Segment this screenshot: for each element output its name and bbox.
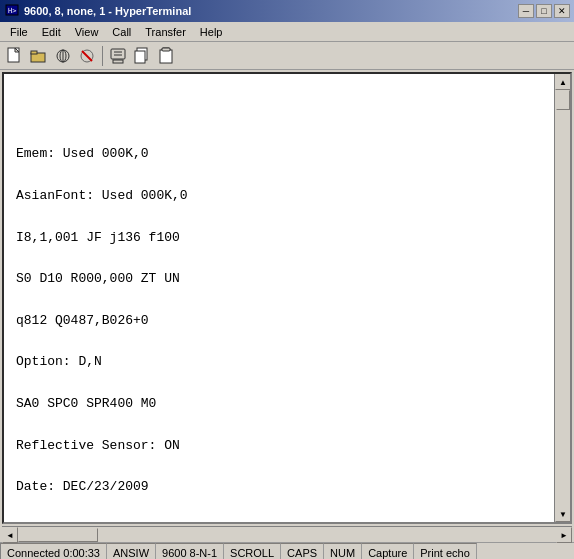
vertical-scrollbar[interactable]: ▲ ▼ — [554, 74, 570, 522]
menu-bar: File Edit View Call Transfer Help — [0, 22, 574, 42]
svg-rect-20 — [162, 48, 170, 51]
connect-icon — [54, 47, 72, 65]
title-bar: H> 9600, 8, none, 1 - HyperTerminal ─ □ … — [0, 0, 574, 22]
terminal-container[interactable]: Emem: Used 000K,0AsianFont: Used 000K,0I… — [2, 72, 572, 524]
scroll-down-button[interactable]: ▼ — [555, 506, 571, 522]
close-button[interactable]: ✕ — [554, 4, 570, 18]
terminal-line — [16, 248, 542, 269]
paste-button[interactable] — [155, 45, 177, 67]
open-button[interactable] — [28, 45, 50, 67]
svg-rect-17 — [135, 51, 145, 63]
paste-icon — [157, 47, 175, 65]
terminal-line: SA0 SPC0 SPR400 M0 — [16, 394, 542, 415]
terminal-line: Emem: Used 000K,0 — [16, 144, 542, 165]
svg-text:H>: H> — [8, 7, 16, 15]
caps-status: CAPS — [281, 543, 324, 559]
printecho-status: Print echo — [414, 543, 477, 559]
menu-file[interactable]: File — [4, 24, 34, 40]
terminal-line: AsianFont: Used 000K,0 — [16, 186, 542, 207]
h-scroll-thumb[interactable] — [18, 528, 98, 542]
maximize-button[interactable]: □ — [536, 4, 552, 18]
minimize-button[interactable]: ─ — [518, 4, 534, 18]
terminal-line: Reflective Sensor: ON — [16, 436, 542, 457]
svg-rect-12 — [111, 49, 125, 59]
scroll-track[interactable] — [555, 90, 570, 506]
menu-edit[interactable]: Edit — [36, 24, 67, 40]
encoding-status: ANSIW — [107, 543, 156, 559]
connection-status: Connected 0:00:33 — [0, 543, 107, 559]
scroll-thumb[interactable] — [556, 90, 570, 110]
window-controls: ─ □ ✕ — [518, 4, 570, 18]
terminal-line — [16, 373, 542, 394]
terminal-line — [16, 456, 542, 477]
status-bar: Connected 0:00:33 ANSIW 9600 8-N-1 SCROL… — [0, 542, 574, 559]
window-title: 9600, 8, none, 1 - HyperTerminal — [24, 5, 191, 17]
capture-status: Capture — [362, 543, 414, 559]
scroll-status: SCROLL — [224, 543, 281, 559]
open-icon — [30, 47, 48, 65]
app-icon: H> — [4, 3, 20, 19]
terminal-line — [16, 415, 542, 436]
disconnect-icon — [78, 47, 96, 65]
scroll-up-button[interactable]: ▲ — [555, 74, 571, 90]
menu-help[interactable]: Help — [194, 24, 229, 40]
connect-button[interactable] — [52, 45, 74, 67]
properties-button[interactable] — [107, 45, 129, 67]
svg-line-11 — [82, 51, 92, 61]
terminal-line: I8,1,001 JF j136 f100 — [16, 228, 542, 249]
new-icon — [6, 47, 24, 65]
terminal-line: Time: 21:15:50 — [16, 519, 542, 522]
terminal-line — [16, 165, 542, 186]
properties-icon — [109, 47, 127, 65]
svg-rect-15 — [113, 60, 123, 63]
copy-icon — [133, 47, 151, 65]
title-bar-left: H> 9600, 8, none, 1 - HyperTerminal — [4, 3, 191, 19]
copy-button[interactable] — [131, 45, 153, 67]
h-scroll-track[interactable] — [18, 527, 556, 542]
terminal-line — [16, 124, 542, 145]
new-button[interactable] — [4, 45, 26, 67]
toolbar — [0, 42, 574, 70]
num-status: NUM — [324, 543, 362, 559]
terminal-line — [16, 207, 542, 228]
terminal-line — [16, 498, 542, 519]
scroll-left-button[interactable]: ◄ — [2, 527, 18, 543]
menu-transfer[interactable]: Transfer — [139, 24, 192, 40]
horizontal-scrollbar[interactable]: ◄ ► — [2, 526, 572, 542]
terminal-line: Option: D,N — [16, 352, 542, 373]
scroll-right-button[interactable]: ► — [556, 527, 572, 543]
baud-status: 9600 8-N-1 — [156, 543, 224, 559]
svg-rect-19 — [160, 50, 172, 63]
menu-call[interactable]: Call — [106, 24, 137, 40]
terminal-line: S0 D10 R000,000 ZT UN — [16, 269, 542, 290]
menu-view[interactable]: View — [69, 24, 105, 40]
terminal-line: Date: DEC/23/2009 — [16, 477, 542, 498]
toolbar-sep-1 — [102, 46, 103, 66]
terminal-output: Emem: Used 000K,0AsianFont: Used 000K,0I… — [4, 74, 554, 522]
terminal-line — [16, 332, 542, 353]
terminal-line: q812 Q0487,B026+0 — [16, 311, 542, 332]
terminal-line — [16, 290, 542, 311]
svg-rect-6 — [31, 51, 37, 54]
disconnect-button[interactable] — [76, 45, 98, 67]
